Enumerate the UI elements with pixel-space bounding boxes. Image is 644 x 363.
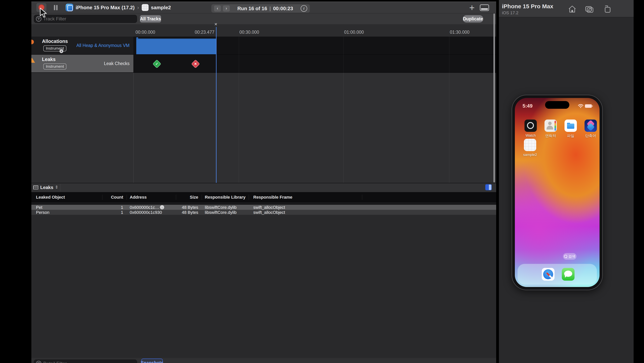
cell-address: 0x600000c1c… <box>130 205 159 210</box>
instruments-toolbar: iPhone 15 Pro Max (17.2) › sample2 ‹ › R… <box>31 2 496 13</box>
detail-view-title: Leaks <box>40 185 53 190</box>
table-icon <box>33 186 38 190</box>
duplicate-button[interactable]: Duplicate <box>463 15 483 22</box>
cell-frame: swift_allocObject <box>253 205 285 210</box>
track-allocations[interactable]: Allocations Instrument ▾ All Heap & Anon… <box>31 36 496 55</box>
mouse-cursor <box>40 8 48 18</box>
cell-leaked-object: Person <box>36 210 50 215</box>
column-size[interactable]: Size <box>179 195 198 200</box>
playhead-handle[interactable]: ✕ <box>214 22 218 26</box>
instruments-window: iPhone 15 Pro Max (17.2) › sample2 ‹ › R… <box>31 2 496 363</box>
app-label: sample2 <box>520 153 541 157</box>
playhead-time-label: 00:23.477 <box>195 30 214 35</box>
app-icon-watch[interactable] <box>524 120 537 132</box>
app-icon-sample2[interactable] <box>524 139 536 151</box>
column-address[interactable]: Address <box>130 195 147 200</box>
elapsed-time: 00:00:23 <box>273 6 293 11</box>
screen: iPhone 15 Pro Max (17.2) › sample2 ‹ › R… <box>0 0 644 363</box>
detail-view-selector[interactable]: ⇕ <box>55 185 58 190</box>
chevron-down-icon[interactable]: ▾ <box>60 49 63 53</box>
column-responsible-library[interactable]: Responsible Library <box>205 195 246 200</box>
app-icon-files[interactable] <box>564 120 577 132</box>
info-icon[interactable]: i <box>301 5 307 12</box>
table-row[interactable]: Pet 1 0x600000c1c… → 48 Bytes libswiftCo… <box>31 205 496 210</box>
cell-frame: swift_allocObject <box>253 210 285 215</box>
simulator-window: iPhone 15 Pro Max iOS 17.2 5:49 <box>499 0 634 363</box>
compass-needle <box>546 272 553 279</box>
spotlight-search-pill[interactable]: 검색 <box>563 253 576 260</box>
simulator-os-version: iOS 17.2 <box>502 10 518 16</box>
next-run-button[interactable]: › <box>223 6 230 12</box>
cell-size: 48 Bytes <box>179 210 198 215</box>
search-icon <box>564 255 567 258</box>
run-label: Run 16 of 16 <box>237 6 267 11</box>
cell-library: libswiftCore.dylib <box>205 210 236 215</box>
track-leaks-header[interactable]: Leaks Instrument Leak Checks <box>31 55 134 73</box>
target-app-icon <box>142 4 148 11</box>
app-label: 연락처 <box>540 134 561 138</box>
vertical-scrollbar[interactable] <box>494 14 495 182</box>
cell-library: libswiftCore.dylib <box>205 205 236 210</box>
series-label: All Heap & Anonymous VM <box>76 43 130 48</box>
track-allocations-header[interactable]: Allocations Instrument ▾ All Heap & Anon… <box>31 36 134 55</box>
cell-count: 1 <box>104 210 123 215</box>
cell-count: 1 <box>104 205 123 210</box>
track-leaks-lane[interactable]: ✓ ✕ <box>134 55 496 73</box>
leaks-warning-triangle-icon <box>31 58 35 63</box>
leak-check-fail-icon[interactable]: ✕ <box>191 60 200 68</box>
run-status: Run 16 of 16|00:00:23 <box>232 6 299 12</box>
app-label: Watch <box>520 134 541 138</box>
table-row[interactable]: Person 1 0x600000c1c930 48 Bytes libswif… <box>31 210 496 215</box>
inspector-toggle-button[interactable] <box>485 184 492 190</box>
home-button[interactable] <box>568 4 577 14</box>
filter-icon <box>36 361 42 363</box>
cell-leaked-object: Pet <box>36 205 42 210</box>
search-label: 검색 <box>568 254 575 259</box>
instrument-badge[interactable]: Instrument <box>43 64 66 70</box>
pause-button[interactable] <box>54 5 58 10</box>
column-count[interactable]: Count <box>104 195 123 200</box>
timeline-ruler[interactable]: 00:00.000 00:23.477 00:30.000 01:00.000 … <box>31 24 496 37</box>
dynamic-island <box>545 101 569 109</box>
column-leaked-object[interactable]: Leaked Object <box>36 195 65 200</box>
leak-check-pass-icon[interactable]: ✓ <box>152 60 161 68</box>
target-device-chip[interactable]: iPhone 15 Pro Max (17.2) › sample2 <box>66 3 171 12</box>
cell-address: 0x600000c1c930 <box>130 210 162 215</box>
ruler-tick-60: 01:00.000 <box>344 30 364 35</box>
table-empty-area <box>31 215 496 358</box>
track-title: Leaks <box>42 56 56 62</box>
rotate-button[interactable] <box>603 4 612 14</box>
status-bar-time: 5:49 <box>522 103 532 109</box>
allocations-color-dot-icon <box>31 40 34 44</box>
detail-panel-header: Leaks ⇕ <box>31 183 496 192</box>
app-icon-safari[interactable] <box>542 268 554 280</box>
track-filter-input[interactable] <box>34 15 137 23</box>
track-title: Allocations <box>42 38 68 44</box>
track-filter-bar: All Tracks Duplicate <box>31 13 496 24</box>
add-instrument-button[interactable]: + <box>467 2 477 13</box>
iphone-device-frame: 5:49 Watch 연락처 파일 단축어 <box>512 95 603 290</box>
ruler-tick-90: 01:30.000 <box>450 30 470 35</box>
track-allocations-lane[interactable] <box>134 36 496 55</box>
leaks-table-header: Leaked Object Count Address Size Respons… <box>31 192 496 202</box>
ruler-tick-30: 00:30.000 <box>240 30 259 35</box>
cell-size: 48 Bytes <box>179 205 198 210</box>
app-icon-messages[interactable] <box>562 268 574 280</box>
previous-run-button[interactable]: ‹ <box>214 6 221 12</box>
app-icon-contacts[interactable] <box>544 120 557 132</box>
screenshot-button[interactable] <box>585 4 594 14</box>
simulator-device-icon <box>66 4 73 11</box>
app-icon-shortcuts[interactable] <box>584 120 597 132</box>
column-responsible-frame[interactable]: Responsible Frame <box>253 195 292 200</box>
detail-filter-input[interactable] <box>34 360 137 363</box>
detail-filter-bar: Snapshots <box>31 358 496 363</box>
address-disclosure-icon[interactable]: → <box>160 205 164 210</box>
battery-icon <box>585 104 592 108</box>
speech-bubble-icon <box>564 270 572 277</box>
track-leaks[interactable]: Leaks Instrument Leak Checks ✓ ✕ <box>31 55 496 73</box>
device-name: iPhone 15 Pro Max (17.2) <box>76 4 134 10</box>
all-tracks-button[interactable]: All Tracks <box>140 15 161 22</box>
bottom-panel-toggle-button[interactable] <box>480 4 489 11</box>
snapshots-button[interactable]: Snapshots <box>141 358 163 363</box>
playhead-line[interactable] <box>216 27 216 183</box>
